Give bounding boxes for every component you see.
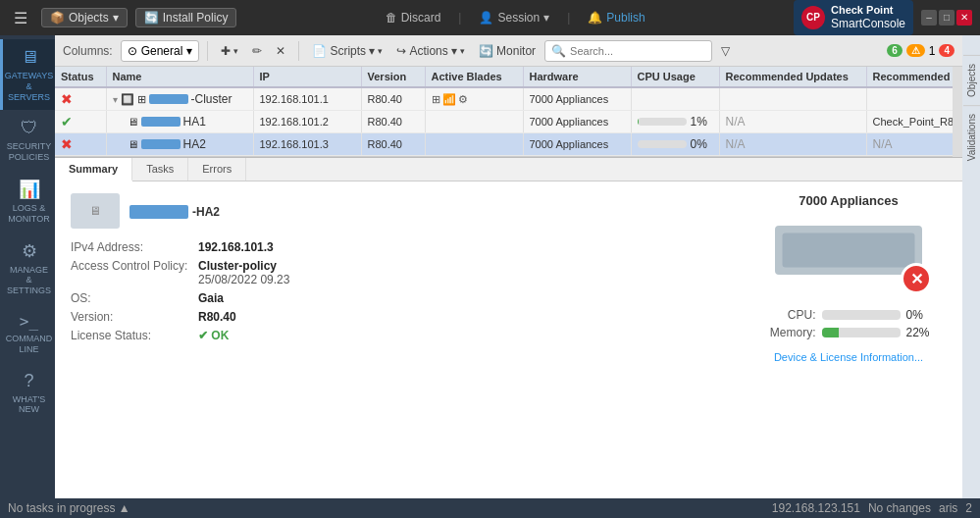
table-scrollbar[interactable] — [953, 67, 962, 157]
col-header-version[interactable]: Version — [361, 67, 425, 87]
expand-icon[interactable]: ▾ — [113, 94, 118, 105]
appliance-error-icon: ✕ — [901, 263, 932, 294]
menu-button[interactable]: ☰ — [8, 7, 33, 29]
search-icon: 🔍 — [551, 44, 566, 58]
os-row: OS: Gaia — [71, 291, 727, 305]
sidebar-item-security[interactable]: 🛡 SECURITYPOLICIES — [0, 110, 55, 171]
search-input[interactable] — [570, 45, 705, 57]
publish-button[interactable]: 🔔 Publish — [582, 9, 650, 26]
logs-label: LOGS &MONITOR — [8, 203, 49, 225]
command-icon: >_ — [20, 312, 38, 331]
bottom-tabs: Summary Tasks Errors — [55, 158, 962, 181]
search-box[interactable]: 🔍 — [544, 40, 712, 62]
row2-rec-updates: N/A — [719, 111, 866, 133]
blade-grid-icon: ⊞ — [432, 93, 440, 106]
toolbar-badges: 6 ⚠ 1 4 — [887, 44, 954, 58]
install-policy-button[interactable]: 🔄 Install Policy — [135, 8, 237, 27]
col-header-status[interactable]: Status — [55, 67, 106, 87]
device-license-link[interactable]: Device & License Information... — [774, 351, 923, 363]
sidebar-item-gateways[interactable]: 🖥 GATEWAYS& SERVERS — [0, 39, 55, 110]
badge-yellow: ⚠ — [906, 44, 925, 57]
actions-icon: ↪ — [396, 44, 406, 58]
memory-meter-fill — [822, 328, 840, 337]
col-header-rec-jump[interactable]: Recommended Jum — [866, 67, 953, 87]
right-tab-validations[interactable]: Validations — [963, 105, 980, 169]
tab-errors[interactable]: Errors — [188, 158, 246, 181]
status-tasks[interactable]: No tasks in progress ▲ — [8, 501, 130, 515]
whatsnew-icon: ? — [24, 371, 33, 391]
table-row[interactable]: ✖ 🖥 HA2 192. — [55, 133, 953, 156]
window-controls: – □ ✕ — [921, 10, 972, 26]
license-row: License Status: ✔ OK — [71, 329, 727, 342]
sidebar-item-whatsnew[interactable]: ? WHAT'SNEW — [0, 363, 55, 424]
status-ip: 192.168.123.151 — [772, 501, 860, 515]
maximize-button[interactable]: □ — [939, 10, 954, 26]
col-header-rec-updates[interactable]: Recommended Updates — [719, 67, 866, 87]
session-button[interactable]: 👤 Session ▾ — [473, 9, 555, 26]
row1-version: R80.40 — [361, 87, 425, 111]
add-icon: ✚ — [221, 44, 231, 58]
col-header-hardware[interactable]: Hardware — [523, 67, 631, 87]
add-button[interactable]: ✚ — [216, 42, 243, 60]
content-area: Columns: ⊙ General ▾ ✚ ✏ ✕ 📄 Scripts ▾ — [55, 35, 962, 498]
right-tab-objects[interactable]: Objects — [963, 55, 980, 105]
delete-button[interactable]: ✕ — [271, 42, 290, 60]
close-button[interactable]: ✕ — [956, 10, 972, 26]
discard-button[interactable]: 🗑 Discard — [380, 9, 447, 26]
col-header-ip[interactable]: IP — [253, 67, 361, 87]
os-label: OS: — [71, 291, 198, 305]
scripts-button[interactable]: 📄 Scripts ▾ — [307, 42, 387, 60]
manage-label: MANAGE &SETTINGS — [7, 265, 51, 296]
table-row[interactable]: ✖ ▾ 🔲 ⊞ -Cluster — [55, 87, 953, 111]
row3-rec-jump: N/A — [866, 133, 953, 156]
row3-hardware: 7000 Appliances — [523, 133, 631, 156]
device-header: 🖥 -HA2 — [71, 193, 727, 229]
bottom-panel: Summary Tasks Errors 🖥 -HA2 — [55, 157, 962, 498]
row2-status: ✔ — [55, 111, 106, 133]
row2-type-icon: 🖥 — [128, 116, 138, 128]
row2-cpu: 1% — [631, 111, 719, 133]
row1-hardware: 7000 Appliances — [523, 87, 631, 111]
actions-button[interactable]: ↪ Actions ▾ — [391, 42, 470, 60]
table-wrapper: Status Name IP Version Active Blades Har… — [55, 67, 953, 157]
objects-menu[interactable]: 📦 Objects ▾ — [41, 8, 128, 27]
badge-green: 6 — [887, 44, 903, 57]
memory-meter-bar — [822, 328, 901, 337]
columns-icon: ⊙ — [128, 44, 137, 58]
cpu-meter-bar — [822, 310, 901, 320]
memory-meter-value: 22% — [906, 326, 936, 339]
row3-name-bar — [141, 139, 181, 149]
columns-select[interactable]: ⊙ General ▾ — [121, 40, 200, 62]
sidebar-item-manage[interactable]: ⚙ MANAGE &SETTINGS — [0, 233, 55, 304]
col-header-name[interactable]: Name — [106, 67, 253, 87]
acp-value: Cluster-policy — [198, 259, 289, 273]
version-row: Version: R80.40 — [71, 310, 727, 324]
edit-button[interactable]: ✏ — [247, 42, 267, 60]
tab-summary[interactable]: Summary — [55, 158, 132, 181]
toolbar: Columns: ⊙ General ▾ ✚ ✏ ✕ 📄 Scripts ▾ — [55, 35, 962, 67]
device-name: -HA2 — [129, 202, 220, 220]
right-sidebar: Objects Validations — [962, 35, 980, 498]
status-bar: No tasks in progress ▲ 192.168.123.151 N… — [0, 498, 980, 518]
tab-tasks[interactable]: Tasks — [132, 158, 188, 181]
filter-button[interactable]: ▽ — [716, 42, 735, 60]
sidebar-item-logs[interactable]: 📊 LOGS &MONITOR — [0, 171, 55, 233]
row1-blades: ⊞ 📶 ⚙ — [425, 87, 523, 111]
minimize-button[interactable]: – — [921, 10, 937, 26]
security-icon: 🛡 — [21, 118, 38, 138]
acp-date: 25/08/2022 09.23 — [198, 273, 289, 286]
col-header-cpu[interactable]: CPU Usage — [631, 67, 719, 87]
columns-chevron: ▾ — [186, 44, 192, 58]
row1-status: ✖ — [55, 87, 106, 111]
table-row[interactable]: ✔ 🖥 HA1 192. — [55, 111, 953, 133]
brand-logo: CP — [801, 6, 825, 29]
discard-icon: 🗑 — [386, 11, 397, 25]
monitor-button[interactable]: 🔄 Monitor — [474, 42, 541, 60]
row2-version: R80.40 — [361, 111, 425, 133]
col-header-blades[interactable]: Active Blades — [425, 67, 523, 87]
device-thumbnail: 🖥 — [71, 193, 120, 229]
row1-type-icon: 🔲 — [121, 93, 134, 106]
sidebar-item-command[interactable]: >_ COMMANDLINE — [0, 304, 55, 363]
status-error-icon2: ✖ — [61, 136, 73, 152]
row3-rec-updates: N/A — [719, 133, 866, 156]
